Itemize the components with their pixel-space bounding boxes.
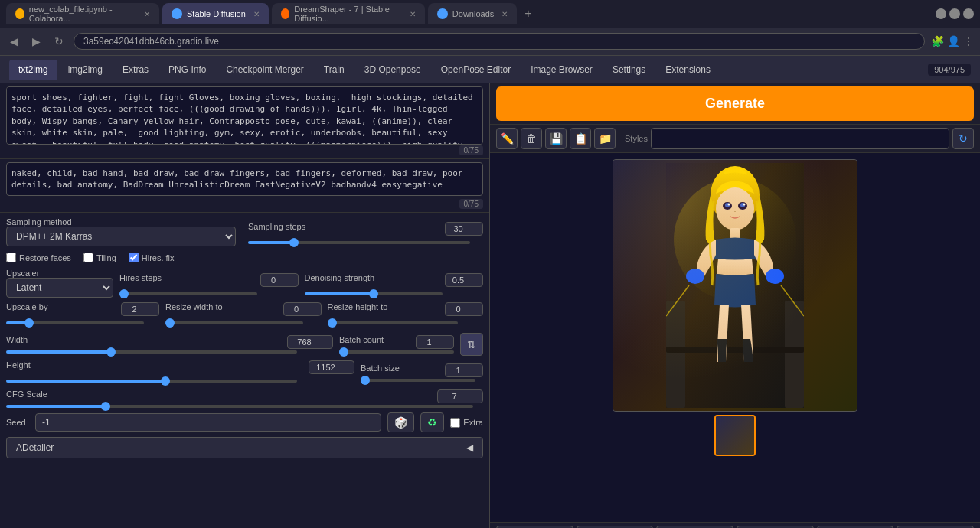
send-to-area: Send to img2img Send to inpaint Send to … [490,522,980,528]
save-icon-button[interactable]: 💾 [545,128,567,149]
tab-sd-close[interactable]: ✕ [253,10,260,18]
height-slider[interactable] [6,380,297,383]
denoising-slider[interactable] [305,292,443,295]
nav-settings[interactable]: Settings [603,60,655,80]
folder-icon-button[interactable]: 📁 [594,128,616,149]
sampling-method-area: Sampling method DPM++ 2M Karras [6,217,236,246]
trash-icon-button[interactable]: 🗑 [521,128,542,149]
recycle-seed-button[interactable]: ♻ [420,412,444,432]
tab-dreamshaper-close[interactable]: ✕ [410,10,416,18]
tab-sd-icon [172,8,182,19]
menu-button[interactable]: ⋮ [963,35,974,47]
cfg-slider[interactable] [6,405,473,408]
refresh-button[interactable]: ↻ [51,34,67,49]
denoising-label: Denoising strength [305,273,375,287]
nav-image-browser[interactable]: Image Browser [521,60,602,80]
sampling-steps-input[interactable] [445,222,483,236]
batch-size-slider[interactable] [361,379,475,382]
back-button[interactable]: ◀ [6,34,22,49]
resize-width-area: Resize width to [165,302,322,327]
hires-steps-input[interactable] [260,273,299,287]
swap-dimensions-button[interactable]: ⇅ [460,333,483,356]
forward-button[interactable]: ▶ [28,34,44,49]
tab-dreamshaper-icon [281,8,289,19]
cfg-area: CFG Scale [6,389,483,408]
resize-width-label: Resize width to [165,302,223,316]
tab-dreamshaper[interactable]: DreamShaper - 7 | Stable Diffusio... ✕ [272,3,425,24]
nav-extras[interactable]: Extras [113,60,158,80]
main-layout: sport shoes, fighter, fight, fight Glove… [0,83,980,528]
new-tab-button[interactable]: + [520,7,536,21]
hires-fix-checkbox[interactable]: Hires. fix [129,253,175,262]
window-maximize[interactable] [949,8,960,19]
extra-checkbox[interactable]: Extra [450,418,483,428]
window-minimize[interactable] [936,8,946,19]
wh-row: Width Batch count ⇅ [6,333,483,356]
tab-dreamshaper-label: DreamShaper - 7 | Stable Diffusio... [294,5,402,23]
tab-downloads[interactable]: Downloads ✕ [428,3,517,24]
height-row: Height Batch size [6,360,483,385]
batch-count-slider[interactable] [339,350,454,354]
batch-count-area: Batch count [339,335,454,354]
styles-label: Styles [625,134,648,143]
nav-train[interactable]: Train [315,60,354,80]
resize-height-slider[interactable] [328,321,458,324]
tab-downloads-close[interactable]: ✕ [501,10,508,18]
resize-width-slider[interactable] [165,321,303,324]
nav-png-info[interactable]: PNG Info [159,60,215,80]
sampling-method-label: Sampling method [6,217,236,227]
nav-3d-openpose[interactable]: 3D Openpose [355,60,430,80]
window-close[interactable] [963,8,974,19]
styles-input[interactable] [651,128,949,149]
right-panel: Generate ✏️ 🗑 💾 📋 📁 Styles ↻ ✕ [490,83,980,528]
resize-height-label: Resize height to [328,302,388,316]
tab-colab-close[interactable]: ✕ [144,10,150,18]
upscaler-select[interactable]: Latent [6,278,113,298]
address-input[interactable] [74,33,925,50]
clipboard-icon-button[interactable]: 📋 [570,128,591,149]
app-nav: txt2img img2img Extras PNG Info Checkpoi… [0,56,980,83]
nav-img2img[interactable]: img2img [59,60,112,80]
negative-token-count: 0/75 [6,198,483,209]
hires-steps-slider[interactable] [119,292,257,295]
dice-button[interactable]: 🎲 [387,412,414,432]
extensions-button[interactable]: 🧩 [931,35,944,47]
sampling-method-select[interactable]: DPM++ 2M Karras [6,227,236,246]
tab-colab-icon [15,8,24,19]
width-slider[interactable] [6,350,297,354]
browser-chrome: new_colab_file.ipynb - Colabora... ✕ Sta… [0,0,980,56]
seed-input[interactable] [35,413,381,432]
resize-width-input[interactable] [283,302,322,316]
denoising-input[interactable] [445,273,483,287]
upscale-by-slider[interactable] [6,321,144,324]
width-area: Width [6,335,333,354]
nav-extensions[interactable]: Extensions [656,60,720,80]
thumbnail-1[interactable] [714,415,756,456]
tab-downloads-icon [437,8,448,19]
adetailer-row[interactable]: ADetailer ◀ [6,437,483,458]
upscale-by-input[interactable] [121,302,159,316]
address-bar-row: ◀ ▶ ↻ 🧩 👤 ⋮ [0,28,980,55]
upscaler-row: Upscaler Latent Hires steps Denoising st… [6,269,483,298]
styles-refresh-button[interactable]: ↻ [952,128,974,149]
tab-sd-label: Stable Diffusion [187,9,246,18]
hires-steps-label: Hires steps [119,273,162,287]
restore-faces-checkbox[interactable]: Restore faces [6,253,71,262]
tab-colab[interactable]: new_colab_file.ipynb - Colabora... ✕ [6,3,159,24]
negative-prompt-input[interactable]: naked, child, bad hand, bad draw, bad dr… [6,162,483,197]
batch-area: Batch count [339,335,454,354]
height-input[interactable] [309,360,354,374]
resize-height-input[interactable] [445,302,483,316]
tabs-bar: new_colab_file.ipynb - Colabora... ✕ Sta… [0,0,980,28]
positive-prompt-input[interactable]: sport shoes, fighter, fight, fight Glove… [6,86,483,145]
sampling-steps-slider[interactable] [248,241,470,244]
tiling-checkbox[interactable]: Tiling [83,253,116,262]
nav-checkpoint-merger[interactable]: Checkpoint Merger [217,60,312,80]
nav-txt2img[interactable]: txt2img [9,60,57,80]
generate-button[interactable]: Generate [496,86,974,121]
nav-openpose-editor[interactable]: OpenPose Editor [432,60,520,80]
profile-button[interactable]: 👤 [947,35,960,47]
tab-sd[interactable]: Stable Diffusion ✕ [162,3,269,24]
upscale-by-area: Upscale by [6,302,159,327]
pencil-icon-button[interactable]: ✏️ [496,128,518,149]
